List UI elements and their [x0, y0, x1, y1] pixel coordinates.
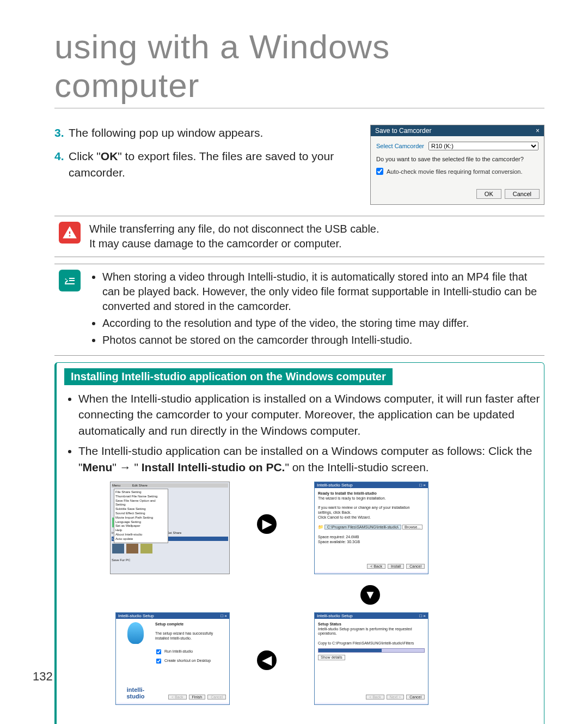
select-camcorder-label: Select Camcorder: [376, 143, 424, 149]
install-flow-diagram: Menu Edit Share File Share SettingThumbn…: [66, 482, 544, 710]
flow-arrow-down-icon: [360, 585, 380, 605]
wizard-ready-screenshot: Intelli-studio Setup□ × Ready to Install…: [314, 482, 428, 574]
info-bullet-2: According to the resolution and type of …: [102, 316, 540, 331]
arrow-right-icon: →: [120, 459, 131, 475]
tip-heading: Installing Intelli-studio application on…: [64, 368, 393, 385]
flow-arrow-right-icon: [257, 514, 277, 534]
tip-bullet-2: The Intelli-studio application can be in…: [78, 443, 544, 475]
page-number: 132: [33, 670, 53, 684]
tip-bullet-1: When the Intelli-studio application is i…: [78, 391, 544, 439]
step-text-4: Click "OK" to export files. The files ar…: [69, 148, 354, 180]
studio-screenshot: Menu Edit Share File Share SettingThumbn…: [110, 482, 230, 574]
warning-line-2: It may cause damage to the camcorder or …: [89, 236, 540, 251]
info-bullet-1: When storing a video through Intelli-stu…: [102, 270, 540, 314]
info-icon: [59, 270, 81, 291]
auto-check-label: Auto-check movie files requiring format …: [387, 168, 522, 175]
close-icon[interactable]: ×: [536, 127, 540, 135]
wizard-progress-screenshot: Intelli-studio Setup□ × Setup Status Int…: [314, 612, 428, 705]
camcorder-dropdown[interactable]: R10 (K:): [428, 142, 538, 150]
warning-line-1: While transferring any file, do not disc…: [89, 222, 540, 236]
warning-icon: [59, 222, 81, 244]
step-number-4: 4.: [54, 148, 69, 180]
dialog-question: Do you want to save the selected file to…: [376, 156, 538, 162]
tip-box: Installing Intelli-studio application on…: [54, 362, 544, 724]
dialog-title-label: Save to Camcorder: [375, 127, 431, 135]
step-number-3: 3.: [54, 125, 69, 141]
auto-check-checkbox[interactable]: [376, 168, 383, 175]
flow-arrow-left-icon: [257, 650, 277, 670]
save-to-camcorder-dialog: Save to Camcorder × Select Camcorder R10…: [370, 125, 544, 205]
dialog-cancel-button[interactable]: Cancel: [505, 189, 540, 199]
step-text-3: The following pop up window appears.: [69, 125, 263, 141]
dialog-ok-button[interactable]: OK: [476, 189, 501, 199]
step-list: 3. The following pop up window appears. …: [54, 125, 354, 205]
info-bullet-3: Photos cannot be stored on the camcorder…: [102, 333, 540, 348]
page-title: using with a Windows computer: [54, 27, 544, 108]
wizard-complete-screenshot: Intelli-studio Setup□ × intelli-studio S…: [115, 612, 230, 705]
